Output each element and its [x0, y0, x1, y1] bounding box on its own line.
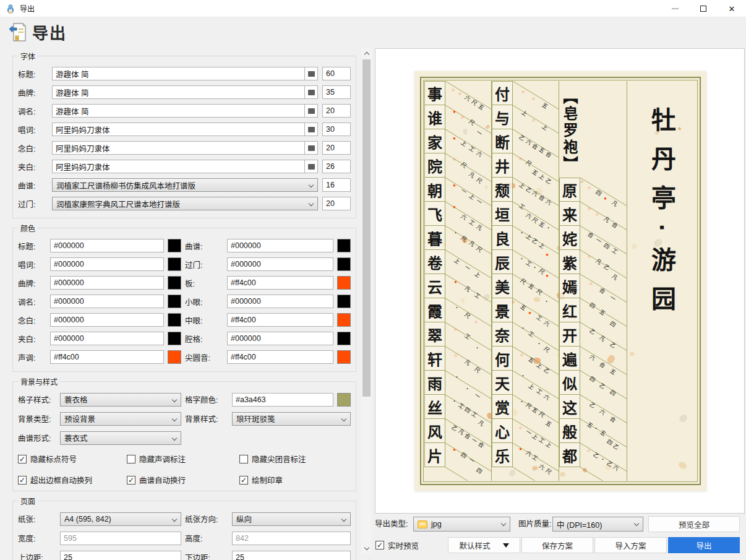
bottom-margin-input[interactable]: 25: [232, 551, 351, 560]
jianyuanyin-color-swatch[interactable]: [337, 350, 351, 364]
jpg-file-icon: JPG: [418, 520, 427, 528]
inserted-speech-color-input[interactable]: #000000: [50, 332, 164, 345]
lyric-box: 片: [424, 443, 445, 467]
interlude-font-size-input[interactable]: 20: [322, 197, 351, 210]
image-quality-select[interactable]: 中 (DPI=160): [552, 517, 643, 532]
score-font-select[interactable]: 润植家工尺谱杨柳书仿集成风本地打谱版: [52, 178, 318, 192]
minimize-button[interactable]: [661, 0, 689, 17]
tune-font-picker-button[interactable]: [304, 86, 317, 98]
checkbox-option-6[interactable]: ✓绘制印章: [239, 474, 351, 486]
inserted-speech-font-picker-button[interactable]: [304, 160, 317, 173]
score-column-2: 付与断井颓垣良辰美景奈何天赏心乐○○五上○上乙六合五合○尺五上乙上乙六合六工六尺…: [492, 81, 559, 481]
height-input[interactable]: 842: [232, 532, 351, 545]
maximize-button[interactable]: [689, 0, 718, 17]
live-preview-checkbox[interactable]: ✓ 实时预览: [375, 537, 419, 553]
speech-color-input[interactable]: #000000: [50, 313, 164, 327]
xiaoyan-color-label: 小眼:: [185, 296, 223, 308]
lyric-box: 何: [492, 347, 513, 371]
lyric-box: 院: [424, 153, 445, 178]
checkbox-option-1[interactable]: ✓隐藏标点符号: [18, 453, 127, 465]
jianyuanyin-color-input[interactable]: #ff4c00: [227, 350, 333, 364]
ban-color-swatch[interactable]: [337, 276, 351, 290]
score-color-swatch[interactable]: [337, 239, 351, 252]
interlude-font-select[interactable]: 润植家康熙字典风工尺谱本地打谱版: [52, 197, 318, 210]
key-color-input[interactable]: #000000: [50, 295, 164, 308]
title-font-size-input[interactable]: 60: [322, 67, 351, 80]
checkbox-option-4[interactable]: ✓超出边框自动换列: [18, 474, 127, 486]
checkbox-option-2[interactable]: 隐藏声调标注: [127, 453, 239, 465]
lyric-font-picker-button[interactable]: [304, 123, 317, 136]
tone-color-input[interactable]: #ff4c00: [50, 350, 164, 364]
preview-all-button[interactable]: 预览全部: [648, 516, 740, 532]
checkbox-option-5[interactable]: ✓曲谱自动换行: [127, 474, 239, 486]
grid-style-select[interactable]: 蓑衣格: [60, 393, 181, 407]
paper-size-select[interactable]: A4 (595, 842): [60, 512, 181, 526]
tone-color-swatch[interactable]: [168, 350, 181, 364]
zhongyan-color-input[interactable]: #ff4c00: [227, 313, 333, 327]
color-value: #ff4c00: [228, 316, 256, 324]
scrollbar-up-arrow[interactable]: [361, 48, 372, 59]
speech-font-value: 阿里妈妈刀隶体: [53, 142, 304, 154]
top-margin-input[interactable]: 25: [60, 551, 181, 560]
key-font-size-input[interactable]: 20: [322, 104, 351, 118]
size-value: 30: [323, 125, 335, 134]
color-value: #000000: [228, 334, 261, 343]
title-font-picker-button[interactable]: [304, 67, 317, 80]
grid-color-swatch[interactable]: [337, 393, 351, 407]
background-type-select[interactable]: 预设背景: [60, 412, 181, 426]
qiangge-color-input[interactable]: #000000: [227, 332, 333, 345]
title-color-input[interactable]: #000000: [50, 239, 164, 252]
lyric-font-field[interactable]: 阿里妈妈刀隶体: [52, 123, 318, 136]
font-section-title: 字体: [18, 51, 38, 61]
score-font-size-input[interactable]: 16: [322, 178, 351, 192]
speech-font-picker-button[interactable]: [304, 142, 317, 154]
settings-scrollbar[interactable]: [361, 48, 372, 554]
scrollbar-down-arrow[interactable]: [361, 543, 372, 554]
xiaoyan-color-input[interactable]: #000000: [227, 295, 333, 308]
export-type-select[interactable]: JPG jpg: [413, 517, 510, 532]
ban-color-input[interactable]: #ff4c00: [227, 276, 333, 290]
score-color-label: 曲谱:: [185, 240, 223, 252]
interlude-color-input[interactable]: #000000: [227, 257, 333, 271]
width-input[interactable]: 595: [60, 532, 181, 545]
save-scheme-button[interactable]: 保存方案: [521, 537, 593, 553]
key-font-field[interactable]: 游趣体 简: [52, 104, 318, 118]
checkbox-checked-icon: ✓: [375, 541, 384, 549]
scrollbar-thumb[interactable]: [362, 59, 371, 397]
score-form-select[interactable]: 蓑衣式: [60, 431, 181, 445]
speech-color-swatch[interactable]: [168, 313, 181, 327]
title-color-swatch[interactable]: [168, 239, 181, 252]
interlude-color-swatch[interactable]: [337, 257, 351, 271]
speech-font-size-input[interactable]: 20: [322, 141, 351, 155]
zhongyan-color-swatch[interactable]: [337, 313, 351, 327]
title-font-field[interactable]: 游趣体 简: [52, 67, 318, 80]
paper-orientation-select[interactable]: 纵向: [232, 512, 351, 526]
lyric-box: 般: [559, 419, 580, 443]
lyric-box: 付: [492, 81, 513, 105]
lyric-color-input[interactable]: #000000: [50, 257, 164, 271]
lyric-color-swatch[interactable]: [168, 257, 181, 271]
inserted-speech-font-field[interactable]: 阿里妈妈刀隶体: [52, 160, 318, 173]
export-button[interactable]: 导出: [668, 537, 740, 553]
tune-color-swatch[interactable]: [168, 276, 181, 290]
key-color-swatch[interactable]: [168, 295, 181, 308]
speech-font-field[interactable]: 阿里妈妈刀隶体: [52, 141, 318, 155]
checkbox-option-3[interactable]: 隐藏尖团音标注: [239, 453, 351, 465]
background-style-select[interactable]: 琅玕斑驳笺: [232, 412, 351, 426]
score-color-input[interactable]: #000000: [227, 239, 333, 252]
tune-color-input[interactable]: #000000: [50, 276, 164, 290]
close-button[interactable]: ✕: [718, 0, 746, 17]
lyric-font-size-input[interactable]: 30: [322, 123, 351, 136]
grid-color-input[interactable]: #a3a463: [232, 393, 333, 407]
inserted-speech-color-swatch[interactable]: [168, 332, 181, 345]
key-font-picker-button[interactable]: [304, 105, 317, 117]
xiaoyan-color-swatch[interactable]: [337, 295, 351, 308]
score-title: 牡丹亭·游园: [644, 107, 680, 481]
qiangge-color-swatch[interactable]: [337, 332, 351, 345]
inserted-speech-font-size-input[interactable]: 26: [322, 160, 351, 173]
tune-font-field[interactable]: 游趣体 简: [52, 85, 318, 99]
size-value: 16: [323, 181, 335, 189]
default-style-button[interactable]: 默认样式: [448, 537, 520, 553]
tune-font-size-input[interactable]: 35: [322, 85, 351, 99]
import-scheme-button[interactable]: 导入方案: [594, 537, 667, 553]
